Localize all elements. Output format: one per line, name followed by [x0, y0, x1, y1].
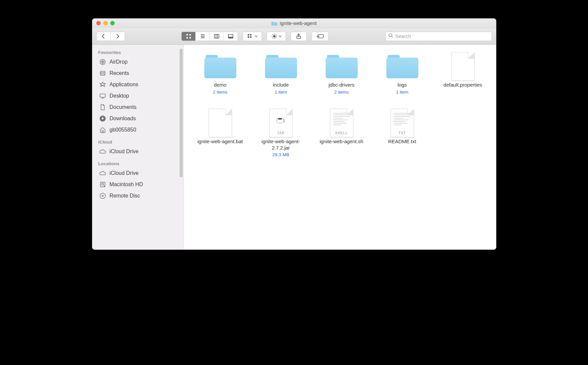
- file-name: logs: [398, 82, 407, 88]
- file-item[interactable]: include1 item: [252, 51, 310, 96]
- back-button[interactable]: [97, 32, 111, 41]
- sidebar-item-label: Macintosh HD: [110, 182, 143, 187]
- icon-view-button[interactable]: [182, 32, 196, 41]
- svg-point-28: [318, 36, 319, 36]
- svg-point-33: [102, 62, 103, 63]
- file-item[interactable]: ignite-web-agent.bat: [191, 107, 250, 159]
- file-name: ignite-web-agent-2.7.2.jar: [254, 139, 308, 151]
- share-button[interactable]: [291, 32, 307, 41]
- cloud-icon: [99, 148, 106, 155]
- disc-icon: [99, 192, 106, 199]
- gallery-view-button[interactable]: [224, 32, 238, 41]
- toolbar: [92, 28, 496, 45]
- arrange-button[interactable]: [243, 32, 262, 41]
- sidebar-item-documents[interactable]: Documents: [92, 102, 183, 113]
- view-mode-group: [181, 32, 238, 41]
- forward-button[interactable]: [111, 32, 125, 41]
- search-input[interactable]: [395, 33, 489, 39]
- file-subtext: 2 items: [213, 90, 228, 95]
- sidebar: FavouritesAirDropRecentsApplicationsDesk…: [92, 45, 184, 249]
- arrange-group: [243, 32, 262, 41]
- file-name: demo: [214, 82, 227, 88]
- file-subtext: 2 items: [334, 90, 349, 95]
- file-subtext: 1 item: [275, 90, 287, 95]
- sidebar-item-label: Recents: [110, 70, 129, 76]
- file-name: ignite-web-agent.sh: [320, 139, 363, 145]
- sidebar-item-desktop[interactable]: Desktop: [92, 90, 183, 102]
- svg-rect-41: [102, 131, 103, 133]
- search-field[interactable]: [385, 32, 492, 41]
- svg-rect-0: [186, 34, 188, 36]
- file-name: include: [273, 82, 289, 88]
- file-name: jdbc-drivers: [329, 82, 355, 88]
- sidebar-item-airdrop[interactable]: AirDrop: [92, 56, 183, 68]
- minimize-button[interactable]: [103, 21, 108, 25]
- file-item[interactable]: jdbc-drivers2 items: [312, 51, 371, 96]
- desktop-icon: [99, 92, 106, 100]
- tags-button[interactable]: [311, 32, 329, 41]
- sidebar-section-header: Favourites: [92, 48, 183, 56]
- sidebar-item-macintoshhd[interactable]: Macintosh HD: [92, 179, 183, 190]
- sidebar-scrollbar[interactable]: [180, 49, 183, 177]
- sidebar-item-iclouddrive1[interactable]: iCloud Drive: [92, 146, 183, 157]
- sidebar-item-label: Desktop: [110, 93, 129, 99]
- file-name: default.properties: [444, 82, 482, 88]
- svg-rect-7: [214, 34, 219, 38]
- sidebar-item-remotedisc[interactable]: Remote Disc: [92, 190, 183, 201]
- file-item[interactable]: default.properties: [434, 51, 492, 96]
- action-menu-button[interactable]: [267, 32, 286, 41]
- svg-point-43: [102, 183, 104, 185]
- sidebar-item-downloads[interactable]: Downloads: [92, 113, 183, 124]
- file-icon: [446, 52, 480, 81]
- sidebar-item-label: iCloud Drive: [110, 149, 139, 155]
- svg-rect-13: [232, 37, 233, 38]
- action-group: [267, 32, 286, 41]
- file-item[interactable]: JARignite-web-agent-2.7.2.jar29.3 MB: [252, 107, 310, 159]
- home-icon: [99, 126, 106, 134]
- folder-icon: [264, 52, 298, 81]
- window-body: FavouritesAirDropRecentsApplicationsDesk…: [92, 45, 496, 249]
- sidebar-section-header: iCloud: [92, 138, 183, 146]
- sidebar-item-label: Documents: [110, 104, 137, 110]
- column-view-button[interactable]: [210, 32, 224, 41]
- sidebar-section-header: Locations: [92, 159, 183, 168]
- svg-line-24: [276, 38, 276, 38]
- sidebar-item-label: Applications: [110, 82, 138, 88]
- file-subtext: 29.3 MB: [272, 152, 289, 157]
- svg-point-48: [278, 118, 282, 120]
- sidebar-item-label: gb0055850: [110, 127, 136, 133]
- titlebar: ignite-web-agent: [92, 19, 496, 28]
- sidebar-item-label: AirDrop: [110, 59, 128, 65]
- sidebar-item-label: iCloud Drive: [110, 170, 139, 176]
- file-icon: SHELL: [325, 109, 358, 137]
- close-button[interactable]: [96, 21, 101, 25]
- svg-point-45: [100, 193, 105, 198]
- svg-rect-34: [100, 71, 105, 75]
- sidebar-item-iclouddrive2[interactable]: iCloud Drive: [92, 168, 183, 179]
- folder-icon: [386, 52, 419, 81]
- sidebar-item-applications[interactable]: Applications: [92, 79, 183, 90]
- file-subtext: 1 item: [396, 90, 408, 95]
- file-item[interactable]: TXTREADME.txt: [373, 107, 432, 159]
- sidebar-item-recents[interactable]: Recents: [92, 68, 183, 79]
- sidebar-item-home[interactable]: gb0055850: [92, 124, 183, 136]
- file-grid: demo2 itemsinclude1 itemjdbc-drivers2 it…: [191, 51, 489, 159]
- hdd-icon: [99, 181, 106, 188]
- svg-point-46: [102, 195, 103, 196]
- svg-rect-37: [100, 94, 105, 97]
- svg-rect-16: [248, 36, 249, 38]
- svg-rect-10: [228, 34, 233, 37]
- file-item[interactable]: SHELLignite-web-agent.sh: [312, 107, 371, 159]
- svg-rect-3: [189, 37, 191, 39]
- svg-point-18: [273, 35, 275, 37]
- file-item[interactable]: demo2 items: [191, 51, 250, 96]
- file-item[interactable]: logs1 item: [373, 51, 432, 96]
- apps-icon: [99, 81, 106, 88]
- list-view-button[interactable]: [196, 32, 210, 41]
- svg-rect-11: [228, 37, 229, 38]
- window-title: ignite-web-agent: [271, 20, 317, 26]
- content-area[interactable]: demo2 itemsinclude1 itemjdbc-drivers2 it…: [184, 45, 496, 249]
- file-icon: TXT: [386, 109, 419, 137]
- file-name: ignite-web-agent.bat: [198, 139, 243, 145]
- zoom-button[interactable]: [110, 21, 115, 25]
